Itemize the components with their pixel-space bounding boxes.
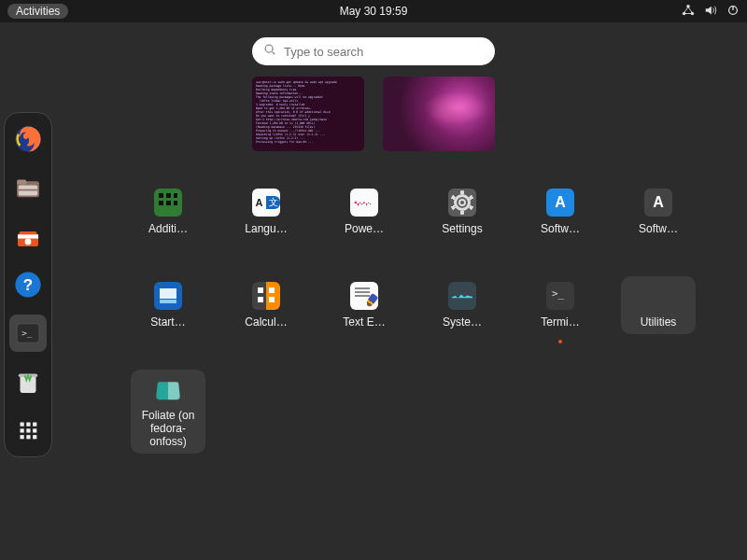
svg-rect-6 bbox=[17, 180, 26, 185]
terminal-icon bbox=[546, 282, 574, 310]
app-language-support[interactable]: Langu… bbox=[229, 183, 303, 241]
app-label: Settings bbox=[442, 222, 482, 235]
svg-text:>_: >_ bbox=[21, 328, 33, 338]
app-label: Calcul… bbox=[245, 315, 287, 329]
running-indicator-icon bbox=[558, 340, 562, 343]
book-icon bbox=[154, 375, 182, 403]
svg-rect-23 bbox=[21, 435, 24, 439]
clock[interactable]: May 30 19:59 bbox=[340, 5, 408, 18]
dock-show-apps[interactable] bbox=[9, 412, 47, 449]
svg-rect-19 bbox=[33, 423, 36, 427]
text-editor-icon bbox=[350, 282, 378, 310]
dock-terminal[interactable]: >_ bbox=[9, 315, 47, 352]
svg-point-10 bbox=[25, 239, 32, 245]
app-additional-drivers[interactable]: Additi… bbox=[131, 183, 205, 241]
svg-rect-17 bbox=[21, 423, 24, 427]
app-software-and-updates[interactable]: Softw… bbox=[523, 183, 598, 241]
svg-rect-22 bbox=[33, 428, 36, 432]
svg-rect-8 bbox=[19, 189, 37, 191]
app-calculator[interactable]: Calcul… bbox=[229, 276, 303, 334]
app-label: Additi… bbox=[148, 222, 188, 235]
app-software-updater[interactable]: Softw… bbox=[621, 183, 696, 241]
svg-rect-21 bbox=[26, 428, 30, 432]
svg-text:?: ? bbox=[23, 276, 33, 294]
app-settings[interactable]: Settings bbox=[425, 183, 500, 241]
svg-point-26 bbox=[265, 45, 273, 52]
app-label: Softw… bbox=[639, 222, 678, 235]
app-text-editor[interactable]: Text E… bbox=[327, 276, 402, 334]
status-area[interactable] bbox=[682, 4, 740, 20]
app-label: Powe… bbox=[345, 222, 384, 235]
app-label: Start… bbox=[150, 315, 185, 329]
svg-rect-20 bbox=[21, 428, 24, 432]
workspace-thumb-2[interactable] bbox=[383, 77, 495, 151]
volume-icon[interactable] bbox=[704, 4, 717, 20]
svg-rect-25 bbox=[33, 435, 36, 439]
activities-button[interactable]: Activities bbox=[7, 4, 68, 19]
software-a-icon bbox=[546, 189, 574, 217]
dock-trash[interactable] bbox=[9, 363, 47, 400]
svg-rect-15 bbox=[21, 375, 36, 393]
app-label: Utilities bbox=[641, 315, 677, 329]
app-label: Langu… bbox=[245, 222, 287, 235]
circuit-board-icon bbox=[154, 189, 182, 217]
app-label: Softw… bbox=[541, 222, 580, 235]
window-icon bbox=[154, 282, 182, 310]
dock-files[interactable] bbox=[9, 169, 47, 206]
network-icon[interactable] bbox=[682, 4, 695, 20]
calculator-icon bbox=[252, 282, 280, 310]
dock-software[interactable] bbox=[9, 217, 47, 255]
updater-a-icon bbox=[644, 189, 672, 217]
dock-firefox[interactable] bbox=[9, 120, 47, 158]
app-startup-applications[interactable]: Start… bbox=[131, 276, 205, 334]
svg-rect-24 bbox=[26, 435, 30, 439]
power-icon[interactable] bbox=[726, 4, 740, 20]
dock-help[interactable]: ? bbox=[9, 266, 47, 303]
svg-rect-18 bbox=[26, 423, 30, 427]
app-label: Foliate (on fedora-onfoss) bbox=[133, 409, 204, 448]
gear-icon bbox=[448, 189, 476, 217]
search-bar[interactable] bbox=[252, 37, 495, 65]
app-terminal[interactable]: Termi… bbox=[523, 276, 598, 334]
language-icon bbox=[252, 189, 280, 217]
power-graph-icon bbox=[350, 189, 378, 217]
monitor-graph-icon bbox=[448, 282, 476, 310]
workspace-thumb-1[interactable]: user@host:~$ sudo apt update && sudo apt… bbox=[252, 77, 364, 151]
top-bar: Activities May 30 19:59 bbox=[0, 0, 747, 22]
workspace-thumbnails: user@host:~$ sudo apt update && sudo apt… bbox=[252, 77, 495, 151]
app-label: Termi… bbox=[541, 315, 579, 329]
app-foliate[interactable]: Foliate (on fedora-onfoss) bbox=[131, 370, 205, 454]
app-system-monitor[interactable]: Syste… bbox=[425, 276, 500, 334]
app-label: Syste… bbox=[443, 315, 482, 329]
svg-rect-9 bbox=[18, 234, 38, 238]
app-utilities-folder[interactable]: Utilities bbox=[621, 276, 696, 334]
folder-grid-icon bbox=[644, 282, 672, 310]
app-power-statistics[interactable]: Powe… bbox=[327, 183, 402, 241]
search-icon bbox=[263, 43, 276, 60]
search-input[interactable] bbox=[284, 45, 484, 59]
dock: ? >_ bbox=[4, 112, 52, 457]
app-grid: Additi… Langu… Powe… Settings Softw… Sof… bbox=[131, 183, 710, 454]
app-label: Text E… bbox=[343, 315, 385, 329]
